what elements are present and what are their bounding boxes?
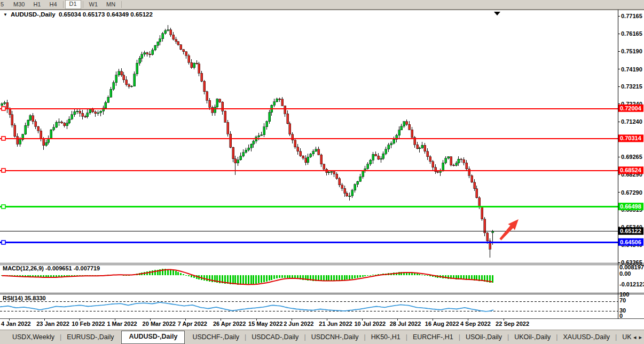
hline-0.66498[interactable]	[0, 205, 618, 209]
candle-body	[357, 181, 359, 185]
candle-body	[375, 154, 377, 156]
candle-body	[398, 130, 400, 135]
candle-body	[56, 122, 58, 127]
tab-usoil-daily[interactable]: USOil-,Daily	[461, 330, 507, 344]
macd-bar	[414, 273, 415, 275]
tab-usdchf-daily[interactable]: USDCHF-,Daily	[187, 330, 244, 344]
rsi-panel[interactable]: 10070300	[0, 291, 629, 319]
tab-eurchf-h1[interactable]: EURCHF-,H1	[408, 330, 458, 344]
hline-handle[interactable]	[2, 137, 5, 140]
macd-bar	[328, 275, 329, 281]
time-axis[interactable]: 4 Jan 202223 Jan 202210 Feb 20221 Mar 20…	[1, 319, 529, 327]
candle-body	[43, 138, 45, 145]
candle-body	[170, 30, 172, 35]
tab-ukoil-daily[interactable]: UKOil-,Daily	[509, 330, 555, 344]
candle-body	[123, 75, 125, 80]
rsi-indicator-label: RSI(14) 35.8330	[3, 295, 46, 301]
candle-body	[154, 45, 156, 50]
candle-body	[346, 193, 348, 196]
candle-body	[240, 156, 242, 160]
hline-handle[interactable]	[2, 107, 5, 110]
price-label-text: 0.68524	[620, 167, 642, 173]
macd-bar	[344, 275, 345, 280]
candle-body	[466, 163, 468, 169]
candle-body	[68, 119, 70, 123]
candle-body	[388, 145, 390, 149]
date-label: 4 Jan 2022	[1, 321, 31, 327]
candle-body	[4, 102, 6, 103]
candle-body	[25, 125, 27, 134]
tab-eurusd-daily[interactable]: EURUSD-,Daily	[62, 330, 119, 344]
candle-body	[300, 151, 302, 156]
chart-title-symbol: AUDUSD-,Daily	[11, 11, 56, 18]
date-label: 26 Apr 2022	[213, 321, 246, 327]
candle-body	[453, 165, 455, 166]
macd-values: -0.009651 -0.007719	[45, 265, 100, 271]
hline-0.70314[interactable]	[0, 137, 618, 140]
candle-body	[245, 150, 247, 152]
candle-body	[159, 39, 161, 42]
tab-scroll-buttons: ◂ ▸	[631, 331, 644, 344]
tab-usdcad-daily[interactable]: USDCAD-,Daily	[247, 330, 303, 344]
candle-body	[95, 112, 97, 114]
candle-body	[121, 71, 123, 75]
rsi-axis-label: 0	[619, 313, 623, 319]
tab-usdcnh-daily[interactable]: USDCNH-,Daily	[307, 330, 364, 344]
macd-axis-label: -0.012123	[619, 281, 644, 287]
macd-axis-label: 0.00	[619, 270, 631, 277]
candle-body	[344, 188, 346, 193]
tab-xauusd-daily[interactable]: XAUUSD-,Daily	[559, 330, 615, 344]
candle-body	[320, 155, 323, 164]
annotation-arrow[interactable]	[497, 216, 522, 242]
candle-body	[216, 99, 218, 107]
tab-scroll-right-icon[interactable]: ▸	[639, 334, 642, 341]
candle-body	[445, 158, 447, 163]
candle-body	[476, 189, 478, 198]
candle-body	[411, 130, 413, 138]
macd-bar	[336, 275, 337, 281]
candle-body	[193, 63, 195, 68]
hline-handle[interactable]	[2, 205, 5, 209]
hline-0.68524[interactable]	[0, 169, 618, 172]
main-chart[interactable]: 0.771650.761650.751900.741900.732150.722…	[0, 0, 644, 330]
candle-body	[442, 163, 444, 170]
candle-body	[222, 102, 224, 111]
price-tick-label: 0.67290	[621, 189, 642, 196]
macd-bar	[287, 275, 288, 278]
tab-audusd-daily[interactable]: AUDUSD-,Daily	[121, 331, 185, 344]
rsi-axis-label: 70	[619, 297, 626, 303]
candle-body	[468, 169, 470, 176]
hline-handle[interactable]	[2, 241, 5, 244]
candle-body	[419, 148, 421, 149]
candle-body	[289, 124, 291, 134]
candle-body	[234, 159, 237, 163]
candle-body	[66, 123, 68, 126]
macd-bar	[66, 275, 68, 276]
price-tick-label: 0.69265	[621, 154, 642, 160]
macd-bar	[367, 275, 368, 276]
candle-body	[474, 182, 476, 189]
candle-body	[455, 163, 458, 166]
hline-handle[interactable]	[2, 169, 5, 172]
candle-body	[64, 123, 66, 126]
candle-body	[279, 99, 281, 99]
macd-bar	[281, 275, 283, 278]
tab-scroll-left-icon[interactable]: ◂	[633, 334, 637, 341]
macd-bar	[372, 275, 374, 275]
tab-usdx-weekly[interactable]: USDX,Weekly	[7, 330, 59, 344]
candle-body	[191, 62, 193, 67]
candle-body	[406, 122, 408, 125]
candle-body	[302, 156, 304, 158]
tab-hk50-h1[interactable]: HK50-,H1	[366, 330, 405, 344]
price-label-0.70314: 0.70314	[618, 134, 643, 142]
candle-body	[50, 130, 52, 139]
macd-signal-line	[2, 270, 493, 285]
symbol-dropdown-icon[interactable]: ▼	[3, 12, 7, 17]
chart-title: ▼AUDUSD-,Daily 0.65034 0.65173 0.64349 0…	[3, 11, 153, 18]
hline-0.64506[interactable]	[0, 241, 618, 244]
candle-body	[284, 106, 286, 114]
date-label: 21 Jun 2022	[319, 321, 352, 327]
macd-bar	[411, 273, 413, 275]
candle-body	[149, 54, 151, 54]
candle-body	[429, 157, 431, 162]
